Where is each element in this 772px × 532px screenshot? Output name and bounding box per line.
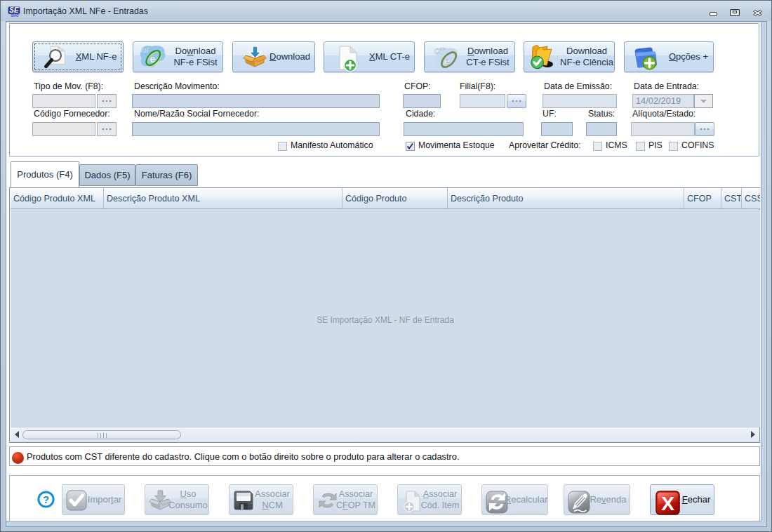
svg-text:?: ? <box>43 493 49 505</box>
svg-text:SE: SE <box>9 6 19 14</box>
svg-text:SIAG: SIAG <box>11 14 19 18</box>
svg-text:e: e <box>444 55 450 67</box>
svg-text:e: e <box>150 53 156 65</box>
svg-text:X: X <box>661 493 674 514</box>
